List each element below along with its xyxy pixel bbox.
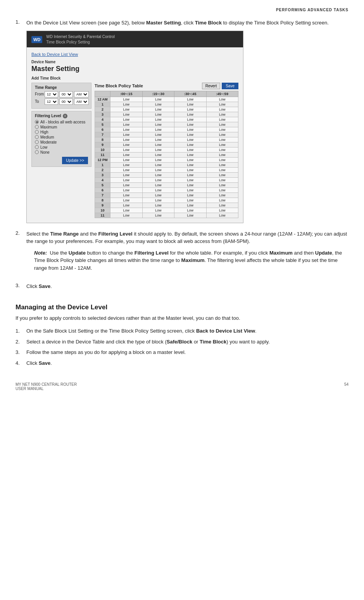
table-cell-value[interactable]: Low bbox=[174, 187, 207, 192]
table-cell-value[interactable]: Low bbox=[174, 192, 207, 198]
table-cell-value[interactable]: Low bbox=[206, 97, 238, 102]
table-cell-value[interactable]: Low bbox=[174, 107, 207, 112]
table-cell-value[interactable]: Low bbox=[174, 97, 207, 102]
table-cell-value[interactable]: Low bbox=[174, 213, 207, 218]
from-ampm-select[interactable]: AMPM bbox=[74, 91, 89, 97]
table-cell-value[interactable]: Low bbox=[206, 112, 238, 117]
table-cell-value[interactable]: Low bbox=[206, 147, 238, 152]
update-button[interactable]: Update >> bbox=[62, 157, 88, 164]
table-cell-value[interactable]: Low bbox=[174, 182, 207, 187]
table-cell-value[interactable]: Low bbox=[206, 107, 238, 112]
table-cell-value[interactable]: Low bbox=[110, 213, 143, 218]
table-cell-value[interactable]: Low bbox=[110, 112, 143, 117]
filter-option-6[interactable]: None bbox=[35, 150, 88, 154]
table-cell-value[interactable]: Low bbox=[142, 162, 174, 167]
table-cell-value[interactable]: Low bbox=[206, 152, 238, 157]
table-cell-value[interactable]: Low bbox=[174, 137, 207, 142]
radio-none[interactable] bbox=[35, 150, 39, 154]
table-cell-value[interactable]: Low bbox=[206, 122, 238, 127]
table-cell-value[interactable]: Low bbox=[142, 107, 174, 112]
table-cell-value[interactable]: Low bbox=[206, 117, 238, 122]
table-cell-value[interactable]: Low bbox=[110, 177, 143, 182]
table-cell-value[interactable]: Low bbox=[174, 117, 207, 122]
table-cell-value[interactable]: Low bbox=[174, 157, 207, 162]
table-cell-value[interactable]: Low bbox=[142, 147, 174, 152]
table-cell-value[interactable]: Low bbox=[206, 137, 238, 142]
radio-all[interactable] bbox=[35, 120, 39, 124]
table-cell-value[interactable]: Low bbox=[142, 112, 174, 117]
info-icon[interactable]: i bbox=[63, 114, 67, 118]
table-cell-value[interactable]: Low bbox=[206, 208, 238, 213]
table-cell-value[interactable]: Low bbox=[142, 187, 174, 192]
table-cell-value[interactable]: Low bbox=[174, 172, 207, 177]
table-cell-value[interactable]: Low bbox=[142, 152, 174, 157]
table-cell-value[interactable]: Low bbox=[174, 198, 207, 203]
table-cell-value[interactable]: Low bbox=[142, 127, 174, 132]
table-cell-value[interactable]: Low bbox=[110, 203, 143, 208]
table-cell-value[interactable]: Low bbox=[206, 157, 238, 162]
table-cell-value[interactable]: Low bbox=[206, 203, 238, 208]
table-cell-value[interactable]: Low bbox=[206, 182, 238, 187]
table-cell-value[interactable]: Low bbox=[110, 132, 143, 137]
table-cell-value[interactable]: Low bbox=[142, 203, 174, 208]
table-cell-value[interactable]: Low bbox=[206, 172, 238, 177]
radio-moderate[interactable] bbox=[35, 140, 39, 144]
table-cell-value[interactable]: Low bbox=[174, 208, 207, 213]
table-cell-value[interactable]: Low bbox=[142, 213, 174, 218]
table-cell-value[interactable]: Low bbox=[110, 102, 143, 107]
table-cell-value[interactable]: Low bbox=[206, 162, 238, 167]
table-cell-value[interactable]: Low bbox=[110, 97, 143, 102]
table-cell-value[interactable]: Low bbox=[110, 152, 143, 157]
radio-maximum[interactable] bbox=[35, 125, 39, 129]
from-min-select[interactable]: 00153045 bbox=[59, 91, 73, 97]
table-cell-value[interactable]: Low bbox=[110, 187, 143, 192]
table-cell-value[interactable]: Low bbox=[206, 132, 238, 137]
table-cell-value[interactable]: Low bbox=[206, 167, 238, 172]
filter-option-0[interactable]: All - blocks all web access bbox=[35, 120, 88, 124]
table-cell-value[interactable]: Low bbox=[142, 172, 174, 177]
table-cell-value[interactable]: Low bbox=[206, 127, 238, 132]
filter-option-2[interactable]: High bbox=[35, 130, 88, 134]
table-cell-value[interactable]: Low bbox=[174, 162, 207, 167]
table-cell-value[interactable]: Low bbox=[142, 122, 174, 127]
table-cell-value[interactable]: Low bbox=[174, 102, 207, 107]
table-cell-value[interactable]: Low bbox=[174, 122, 207, 127]
table-cell-value[interactable]: Low bbox=[110, 127, 143, 132]
table-cell-value[interactable]: Low bbox=[110, 122, 143, 127]
table-cell-value[interactable]: Low bbox=[206, 213, 238, 218]
table-cell-value[interactable]: Low bbox=[110, 157, 143, 162]
table-cell-value[interactable]: Low bbox=[110, 162, 143, 167]
table-cell-value[interactable]: Low bbox=[110, 208, 143, 213]
table-cell-value[interactable]: Low bbox=[206, 192, 238, 198]
table-cell-value[interactable]: Low bbox=[142, 97, 174, 102]
table-cell-value[interactable]: Low bbox=[206, 142, 238, 147]
table-cell-value[interactable]: Low bbox=[174, 112, 207, 117]
filter-option-4[interactable]: Moderate bbox=[35, 140, 88, 144]
revert-button[interactable]: Revert bbox=[202, 83, 220, 89]
from-hour-select[interactable]: 12123 4567 891011 bbox=[45, 91, 58, 97]
table-cell-value[interactable]: Low bbox=[174, 142, 207, 147]
table-cell-value[interactable]: Low bbox=[206, 177, 238, 182]
table-cell-value[interactable]: Low bbox=[110, 117, 143, 122]
to-ampm-select[interactable]: AMPM bbox=[74, 99, 89, 105]
table-cell-value[interactable]: Low bbox=[142, 102, 174, 107]
table-cell-value[interactable]: Low bbox=[174, 167, 207, 172]
table-cell-value[interactable]: Low bbox=[110, 142, 143, 147]
table-cell-value[interactable]: Low bbox=[142, 177, 174, 182]
to-hour-select[interactable]: 12123 4567 891011 bbox=[45, 99, 58, 105]
table-cell-value[interactable]: Low bbox=[174, 203, 207, 208]
table-cell-value[interactable]: Low bbox=[174, 147, 207, 152]
table-cell-value[interactable]: Low bbox=[110, 182, 143, 187]
back-to-device-list-link[interactable]: Back to Device List View bbox=[31, 52, 78, 57]
filter-option-3[interactable]: Medium bbox=[35, 135, 88, 139]
to-min-select[interactable]: 00153045 bbox=[59, 99, 73, 105]
table-cell-value[interactable]: Low bbox=[174, 127, 207, 132]
table-cell-value[interactable]: Low bbox=[110, 172, 143, 177]
filter-option-1[interactable]: Maximum bbox=[35, 125, 88, 129]
table-cell-value[interactable]: Low bbox=[142, 137, 174, 142]
table-cell-value[interactable]: Low bbox=[110, 167, 143, 172]
table-cell-value[interactable]: Low bbox=[142, 198, 174, 203]
radio-medium[interactable] bbox=[35, 135, 39, 139]
table-cell-value[interactable]: Low bbox=[110, 137, 143, 142]
table-cell-value[interactable]: Low bbox=[142, 208, 174, 213]
